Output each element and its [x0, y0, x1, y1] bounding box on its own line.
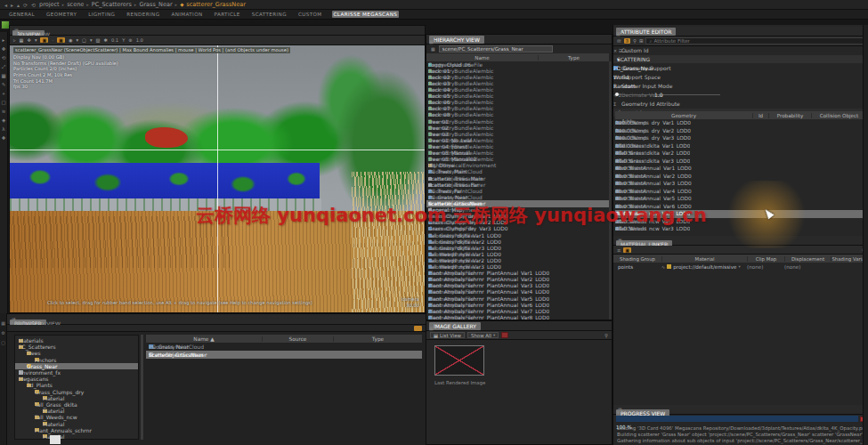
geometry-table-row[interactable]: ✓ ∿ ..hnr_PlantAnnual_Var1_LOD0 ▾ 0 40.0… — [615, 165, 866, 173]
browser-list-row[interactable]: scatterer_GrassNear SceneObjectScatterer — [146, 351, 422, 359]
material-value[interactable]: ∿ project://default/emissive ▾ — [661, 264, 747, 270]
tool-icon[interactable]: ⤢ — [2, 64, 5, 69]
column-header-clip-map[interactable]: Clip Map — [747, 256, 784, 262]
hierarchy-row[interactable]: Rock_04 GeometryBundleAlembic — [426, 86, 609, 93]
hierarchy-row[interactable]: Plant_Annuals_schrnr_PlantAnnual_Var2_LO… — [426, 277, 609, 283]
tree-item[interactable]: ▾ PC_Scatterers — [15, 344, 138, 350]
tool-icon[interactable]: ≋ — [2, 109, 6, 114]
decimate-value-number[interactable]: 1.0 — [654, 92, 663, 98]
viewport-tool-icon[interactable]: ▢ — [82, 37, 86, 43]
column-header-shading-variables[interactable]: Shading Varia — [831, 256, 865, 262]
hierarchy-row[interactable]: Rock_06 GeometryBundleAlembic — [426, 100, 609, 106]
tool-icon[interactable]: λ — [2, 126, 4, 132]
hierarchy-row[interactable]: Plant_Annuals_schrnr_PlantAnnual_Var6_LO… — [426, 302, 609, 308]
grid-icon[interactable]: ⊞ — [639, 38, 644, 44]
hierarchy-row[interactable]: Rock_07 GeometryBundleAlembic — [426, 106, 609, 112]
collision-object-value[interactable]: Use Context — [615, 120, 667, 125]
context-path-field[interactable]: scene/PC_Scatterers/Grass_Near — [439, 45, 553, 53]
hierarchy-row[interactable]: PC_Trees_Far GeometryPointCloud — [426, 188, 609, 194]
column-header-name[interactable]: Name — [426, 55, 538, 61]
collision-object-value[interactable]: Use Context — [615, 166, 667, 171]
tool-icon[interactable]: ⚙ — [1, 330, 4, 336]
hierarchy-row[interactable]: PC_Grass_Near GeometryPointCloud — [426, 194, 609, 200]
viewport-tool-icon[interactable]: ◉ — [69, 37, 73, 43]
hierarchy-row[interactable]: Tree_02 GeometryBundleAlembic — [426, 125, 609, 131]
viewport-tool-icon[interactable]: Y — [122, 37, 125, 43]
tool-icon[interactable]: ▢ — [1, 100, 5, 105]
nav-arrow-icon[interactable]: ◂ — [4, 2, 8, 8]
hierarchy-row[interactable]: Foggy_Cloud_06 GeometryVolumeFile — [426, 61, 609, 68]
nav-arrow-icon[interactable]: ▴ — [16, 2, 20, 8]
context-icon[interactable]: ▦ — [429, 46, 437, 52]
slider-knob[interactable] — [615, 93, 619, 96]
tree-item[interactable]: ▾ Anchors — [15, 357, 138, 363]
viewport-tool-icon[interactable]: ▦ — [20, 37, 24, 43]
viewport-tool-icon[interactable]: · — [52, 37, 53, 43]
nav-arrow-icon[interactable]: ⟲ — [30, 2, 37, 8]
column-header-type[interactable]: Type — [538, 55, 609, 61]
viewport-tool-icon[interactable]: ✱ — [104, 37, 108, 43]
breadcrumb-item[interactable]: Grass_Near — [139, 1, 172, 8]
hierarchy-row[interactable]: Tree_04_Forest GeometryBundleAlembic — [426, 143, 609, 150]
geometry-table-row[interactable]: ✓ ∿ ..Tall_Grass_dklta_Var3_LOD0 ▾ 0 40.… — [615, 158, 866, 166]
hierarchy-row[interactable]: Plant_Annuals_schrnr_PlantAnnual_Var1_LO… — [426, 271, 609, 277]
tool-icon[interactable]: ✥ — [2, 46, 6, 52]
viewport-tool-icon[interactable]: ▣ — [57, 37, 65, 43]
tool-icon[interactable]: ⌖ — [2, 91, 4, 96]
geometry-table-row[interactable]: ✓ ∿ ..Tall_Grass_dklta_Var2_LOD0 ▾ 0 40.… — [615, 150, 866, 158]
pin-icon[interactable]: ⚲ — [604, 333, 608, 338]
nav-arrow-icon[interactable]: ▸ — [10, 2, 14, 8]
hierarchy-row[interactable]: PC_Trees_Main GeometryPointCloud — [426, 169, 609, 175]
tool-icon[interactable]: ⟲ — [2, 55, 6, 61]
attribute-filter-field[interactable]: ⌕ Attribute Filter — [645, 37, 864, 44]
hierarchy-row[interactable]: Tall_Grass_dklta_Var2_LOD0 GeometryPolyF… — [426, 239, 609, 245]
tool-icon[interactable]: ▸ — [3, 37, 5, 43]
tool-icon[interactable]: ✎ — [2, 82, 6, 87]
viewport-tool-icon[interactable]: 1.0 — [136, 37, 143, 43]
collision-object-value[interactable]: Use Context — [615, 181, 667, 186]
link-icon[interactable]: ⚲ — [633, 38, 637, 44]
viewport-tool-icon[interactable]: ▣ — [40, 37, 48, 43]
hierarchy-row[interactable]: Tree_05_Manual GeometryBundleAlembic — [426, 150, 609, 157]
collision-object-value[interactable]: Use Context — [615, 196, 667, 201]
browser-list-row[interactable]: PC_Grass_Near GeometryPointCloud — [146, 343, 422, 351]
geometry-table-row[interactable]: ✓ ∿ ..ass_Clumps_dry_Var3_LOD0 ▾ 0 100.0… — [615, 134, 866, 142]
scrollbar[interactable] — [609, 61, 612, 320]
hierarchy-row[interactable]: Tall_Grass_dklta_Var3_LOD0 GeometryPolyF… — [426, 245, 609, 251]
tree-item[interactable]: ▾ Materials — [15, 337, 138, 344]
tool-icon[interactable]: ◈ — [2, 117, 5, 123]
breadcrumb-item[interactable]: project — [39, 1, 60, 8]
hierarchy-row[interactable]: Tree_01 GeometryBundleAlembic — [426, 118, 609, 125]
hierarchy-row[interactable]: scatterer_Trees_Far SceneObjectScatterer — [426, 182, 609, 188]
menu-tab[interactable]: CUSTOM — [296, 11, 324, 18]
geometry-table-row[interactable]: ✓ ∿ ..Tall_Grass_dklta_Var1_LOD0 ▾ 0 100… — [615, 142, 866, 150]
hierarchy-row[interactable]: Plant_Annuals_schrnr_PlantAnnual_Var7_LO… — [426, 308, 609, 314]
hierarchy-row[interactable]: Tall_Weeds_ncw_Var2_LOD0 GeometryPolyFil… — [426, 257, 609, 263]
geometry-table-row[interactable]: ✓ ∿ ..hnr_PlantAnnual_Var5_LOD0 ▾ 0 40.0… — [615, 195, 866, 203]
column-header-geometry[interactable]: Geometry — [615, 113, 752, 118]
column-header-shading-group[interactable]: Shading Group — [613, 256, 661, 262]
column-header-id[interactable]: Id — [752, 113, 768, 118]
breadcrumb-item[interactable]: PC_Scatterers — [92, 1, 132, 8]
hierarchy-row[interactable]: Rock_08 GeometryBundleAlembic — [426, 112, 609, 118]
menu-tab[interactable]: CLARISSE MEGASCANS — [332, 11, 400, 18]
tree-item[interactable]: ▾ Material — [15, 433, 138, 440]
hierarchy-row[interactable]: Tall_Grass_dklta_Var1_LOD0 GeometryPolyF… — [426, 232, 609, 239]
collision-object-value[interactable]: Use Context — [615, 143, 667, 149]
hierarchy-row[interactable]: Rock_05 GeometryBundleAlembic — [426, 93, 609, 100]
hierarchy-row[interactable]: Plant_Annuals_schrnr_PlantAnnual_Var4_LO… — [426, 289, 609, 295]
tree-item[interactable]: ▾ Grass_Near — [15, 363, 138, 369]
list-view-button[interactable]: ▤ List View — [430, 332, 465, 338]
tree-item[interactable]: ▾ Material — [15, 420, 138, 426]
mail-icon[interactable]: ✉ — [617, 38, 621, 44]
viewport-canvas[interactable]: scatterer_GrassNear (SceneObjectScattere… — [10, 45, 425, 312]
scrollbar[interactable] — [141, 335, 143, 440]
viewport-tool-icon[interactable]: ▨ — [96, 37, 101, 43]
hierarchy-row[interactable]: Tree_01_No_Leaf GeometryBundleAlembic — [426, 137, 609, 143]
tool-icon[interactable]: ▢ — [1, 340, 5, 345]
tree-item[interactable]: ▾ 3d_Plants — [15, 382, 138, 388]
hierarchy-row[interactable]: Plant_Annuals_schrnr_PlantAnnual_Var5_LO… — [426, 295, 609, 302]
geometry-table-row[interactable]: ✓ ∿ ..ass_Clumps_dry_Var2_LOD0 ▾ 0 100.0… — [615, 127, 866, 135]
tool-icon[interactable]: ▦ — [1, 320, 5, 326]
nav-arrow-icon[interactable]: ⟳ — [22, 2, 28, 8]
